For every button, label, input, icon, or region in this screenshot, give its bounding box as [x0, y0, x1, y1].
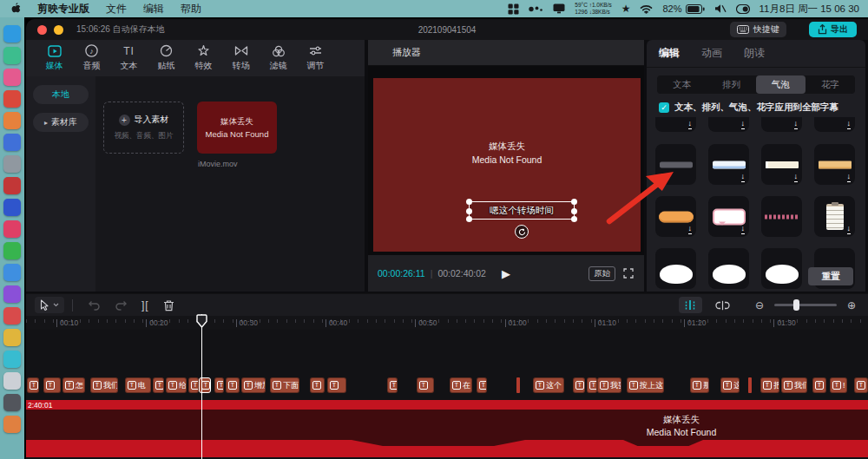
subtitle-clip[interactable]: 电 — [125, 377, 151, 393]
tab-调节[interactable]: 调节 — [297, 40, 334, 76]
dock-app-icon[interactable] — [3, 199, 21, 216]
subtitle-clip[interactable] — [327, 377, 346, 393]
split-clip-button[interactable]: ][ — [141, 299, 149, 311]
link-clips-button[interactable] — [715, 300, 730, 311]
bubble-template-tile[interactable]: ↓ — [814, 117, 855, 132]
subtitle-clip[interactable] — [812, 377, 826, 393]
subtitle-clip[interactable] — [748, 377, 752, 393]
dock-app-icon[interactable] — [3, 329, 21, 346]
system-stats[interactable]: 59°C ↑1.0KB/s 1296 ↓38KB/s — [575, 2, 611, 16]
dock-app-icon[interactable] — [3, 47, 21, 64]
apply-to-all-row[interactable]: ✓ 文本、排列、气泡、花字应用到全部字幕 — [659, 102, 838, 114]
zoom-slider-thumb[interactable] — [793, 299, 799, 311]
dock-app-icon[interactable] — [3, 394, 21, 411]
subtitle-clip[interactable] — [587, 377, 597, 393]
bubble-template-tile[interactable]: ↓ — [708, 196, 749, 237]
dock-app-icon[interactable] — [3, 134, 21, 151]
subtitle-clip[interactable]: 我们 — [90, 377, 118, 393]
subtitle-clip[interactable] — [214, 377, 224, 393]
bubble-template-tile[interactable]: ↓ — [814, 144, 855, 185]
menu-edit[interactable]: 编辑 — [143, 2, 164, 16]
dock-app-icon[interactable] — [3, 90, 21, 108]
subtitle-clip[interactable] — [387, 377, 398, 393]
dock-app-icon[interactable] — [3, 220, 21, 238]
dock-app-icon[interactable] — [3, 242, 21, 259]
tab-滤镜[interactable]: 滤镜 — [260, 40, 297, 76]
subtitle-clip[interactable]: 我们 — [781, 377, 807, 393]
subtitle-clip[interactable] — [153, 377, 164, 393]
resize-handle[interactable] — [571, 199, 577, 205]
panel-tab-朗读[interactable]: 朗读 — [744, 46, 765, 61]
dock-app-icon[interactable] — [3, 155, 21, 173]
subtitle-clip[interactable] — [854, 377, 868, 393]
app-grid-icon[interactable] — [508, 3, 519, 15]
subtitle-clip[interactable]: 那 — [690, 377, 709, 393]
star-menu-icon[interactable]: ★ — [621, 3, 631, 14]
resize-handle[interactable] — [466, 216, 472, 222]
subtitle-clip[interactable] — [27, 377, 39, 393]
dock-app-icon[interactable] — [3, 264, 21, 281]
segment-文本[interactable]: 文本 — [657, 75, 707, 94]
subtitle-clip[interactable] — [188, 377, 199, 393]
subtitle-clip[interactable]: 这个 — [533, 377, 564, 393]
dock-app-icon[interactable] — [3, 285, 21, 303]
video-frame[interactable]: 媒体丢失 Media Not Found 嗯这个转场时间 — [373, 78, 641, 252]
sidebar-item-local[interactable]: 本地 — [33, 85, 89, 104]
timeline-ruler[interactable]: 00:1000:2000:3000:4000:5001:0001:1001:20… — [26, 316, 868, 330]
tab-音频[interactable]: ♪音频 — [73, 40, 110, 76]
wifi-icon[interactable] — [640, 4, 653, 14]
subtitle-clip[interactable]: 把 — [760, 377, 779, 393]
subtitle-clip[interactable]: 增加 — [241, 377, 266, 393]
dock-app-icon[interactable] — [3, 25, 21, 43]
export-button[interactable]: 导出 — [809, 22, 857, 37]
timeline-zoom-slider[interactable] — [774, 304, 837, 306]
subtitle-clip[interactable] — [310, 377, 325, 393]
dock-app-icon[interactable] — [3, 416, 21, 433]
dock-app-icon[interactable] — [3, 351, 21, 368]
subtitle-clip[interactable] — [417, 377, 434, 393]
segment-花字[interactable]: 花字 — [806, 75, 855, 94]
bubble-template-tile[interactable]: ↓ — [655, 117, 696, 132]
import-media-button[interactable]: + 导入素材 视频、音频、图片 — [103, 102, 184, 154]
dock-app-icon[interactable] — [3, 372, 21, 390]
resize-handle[interactable] — [571, 208, 577, 214]
play-button[interactable]: ▶ — [502, 267, 510, 280]
bubble-template-tile[interactable] — [761, 248, 802, 289]
segment-排列[interactable]: 排列 — [707, 75, 756, 94]
sidebar-item-library[interactable]: ▸ 素材库 — [33, 113, 89, 132]
subtitle-clip[interactable] — [43, 377, 61, 393]
subtitle-clip[interactable]: 这 — [720, 377, 740, 393]
shortcuts-button[interactable]: 快捷键 — [730, 22, 786, 37]
fullscreen-icon[interactable] — [623, 268, 634, 279]
apple-logo-icon[interactable] — [10, 3, 21, 15]
battery-status[interactable]: 82% — [662, 3, 704, 14]
media-thumbnail-missing[interactable]: 媒体丢失 Media Not Found — [197, 102, 277, 154]
dots-status-icon[interactable] — [529, 5, 543, 13]
dock-app-icon[interactable] — [3, 177, 21, 194]
menu-help[interactable]: 帮助 — [181, 2, 201, 16]
resize-handle[interactable] — [466, 208, 472, 214]
dock-app-icon[interactable] — [3, 112, 21, 129]
menubar-app-name[interactable]: 剪映专业版 — [37, 2, 89, 16]
zoom-in-button[interactable]: ⊕ — [847, 299, 856, 311]
reset-button[interactable]: 重置 — [808, 267, 853, 285]
bubble-template-tile[interactable]: ↓ — [761, 144, 802, 185]
subtitle-clip[interactable]: 怎 — [62, 377, 85, 393]
subtitle-clip[interactable] — [477, 377, 487, 393]
rotate-handle[interactable] — [515, 225, 529, 239]
undo-button[interactable] — [88, 300, 101, 311]
bubble-template-tile[interactable]: ↓ — [708, 144, 749, 185]
bubble-template-tile[interactable]: ↓ — [655, 196, 696, 237]
subtitle-clip[interactable]: 下面 — [270, 377, 299, 393]
dock-app-icon[interactable] — [3, 69, 21, 86]
display-icon[interactable] — [553, 3, 565, 14]
menu-file[interactable]: 文件 — [106, 2, 127, 16]
auto-snap-button[interactable] — [679, 297, 702, 313]
input-switch-icon[interactable] — [736, 4, 750, 14]
menubar-clock[interactable]: 11月8日 周一 15 06 30 — [760, 3, 860, 16]
tab-特效[interactable]: 特效 — [185, 40, 222, 76]
subtitle-clip[interactable]: 按上这 — [627, 377, 664, 393]
original-quality-button[interactable]: 原始 — [589, 266, 615, 281]
delete-clip-button[interactable] — [163, 299, 174, 311]
subtitle-selection-box[interactable]: 嗯这个转场时间 — [469, 201, 575, 220]
